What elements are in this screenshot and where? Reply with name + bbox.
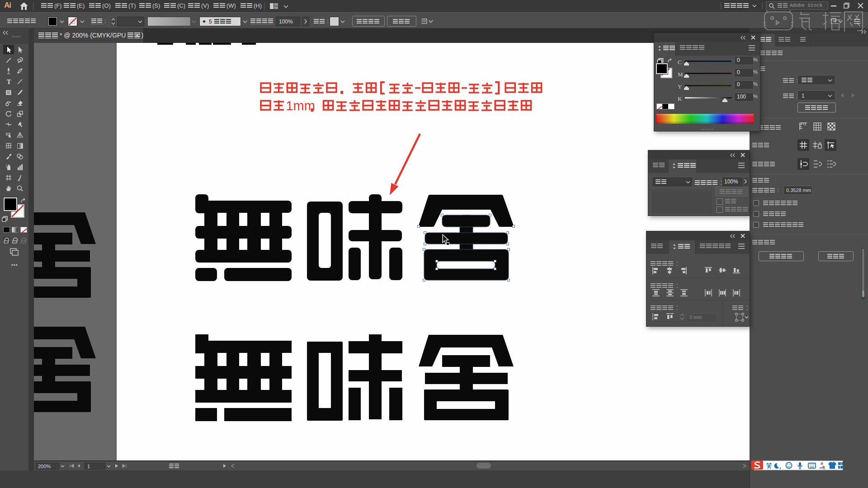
svg-text:T: T — [7, 79, 11, 85]
svg-text:1mm: 1mm — [286, 99, 315, 113]
